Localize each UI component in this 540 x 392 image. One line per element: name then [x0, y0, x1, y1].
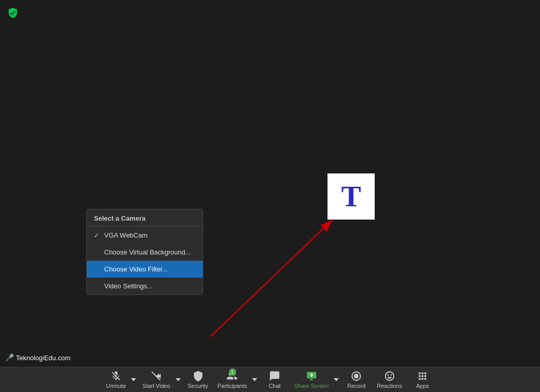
apps-label: Apps: [416, 383, 429, 389]
camera-option-video-settings-label: Video Settings...: [104, 282, 152, 290]
shield-badge-icon: [7, 7, 18, 18]
camera-option-virtual-bg-label: Choose Virtual Background...: [104, 248, 191, 256]
svg-line-1: [210, 220, 333, 337]
unmute-label: Unmute: [106, 383, 126, 389]
start-video-label: Start Video: [142, 383, 170, 389]
camera-option-virtual-bg[interactable]: Choose Virtual Background...: [87, 244, 203, 261]
svg-point-5: [354, 374, 359, 378]
camera-context-menu: Select a Camera ✓ VGA WebCam Choose Virt…: [86, 209, 203, 295]
share-screen-label: Share Screen: [294, 383, 329, 389]
record-button[interactable]: Record: [341, 367, 372, 392]
share-screen-button[interactable]: Share Screen: [290, 367, 333, 392]
security-label: Security: [188, 383, 208, 389]
start-video-arrow-button[interactable]: [175, 367, 183, 392]
unmute-button[interactable]: Unmute: [102, 367, 130, 392]
arrow-pointer: [0, 0, 540, 367]
camera-option-video-filter-label: Choose Video Filter...: [104, 265, 168, 273]
toolbar: Unmute Start Video Security: [0, 367, 540, 392]
reactions-label: Reactions: [377, 383, 402, 389]
apps-button[interactable]: Apps: [407, 367, 438, 392]
participants-group: Participants 1: [214, 367, 259, 392]
participant-avatar: T: [327, 173, 375, 220]
context-menu-header: Select a Camera: [87, 209, 203, 227]
share-screen-arrow-button[interactable]: [333, 367, 341, 392]
participants-label: Participants: [218, 383, 247, 389]
participants-button[interactable]: Participants 1: [214, 367, 251, 392]
start-video-group: Start Video: [138, 367, 182, 392]
reactions-button[interactable]: Reactions: [372, 367, 407, 392]
main-video-area: T Select a Camera ✓ VGA WebCam Choose Vi…: [0, 0, 540, 367]
share-screen-group: Share Screen: [290, 367, 341, 392]
chat-button[interactable]: Chat: [259, 367, 290, 392]
camera-option-video-filter[interactable]: Choose Video Filter...: [87, 261, 203, 278]
camera-option-vga-label: VGA WebCam: [104, 231, 147, 239]
unmute-arrow-button[interactable]: [130, 367, 138, 392]
check-icon: ✓: [94, 232, 101, 239]
brand-text: TeknologiEdu.com: [16, 354, 70, 362]
unmute-group: Unmute: [102, 367, 139, 392]
start-video-button[interactable]: Start Video: [138, 367, 174, 392]
mic-brand-icon: 🎤: [5, 354, 14, 362]
participants-badge: 1: [229, 368, 236, 376]
record-label: Record: [348, 383, 365, 389]
security-button[interactable]: Security: [183, 367, 214, 392]
camera-option-video-settings[interactable]: Video Settings...: [87, 278, 203, 295]
branding-label: 🎤 TeknologiEdu.com: [5, 354, 70, 362]
participants-arrow-button[interactable]: [251, 367, 259, 392]
chat-label: Chat: [268, 383, 280, 389]
camera-option-vga[interactable]: ✓ VGA WebCam: [87, 227, 203, 244]
avatar-letter: T: [341, 182, 361, 211]
